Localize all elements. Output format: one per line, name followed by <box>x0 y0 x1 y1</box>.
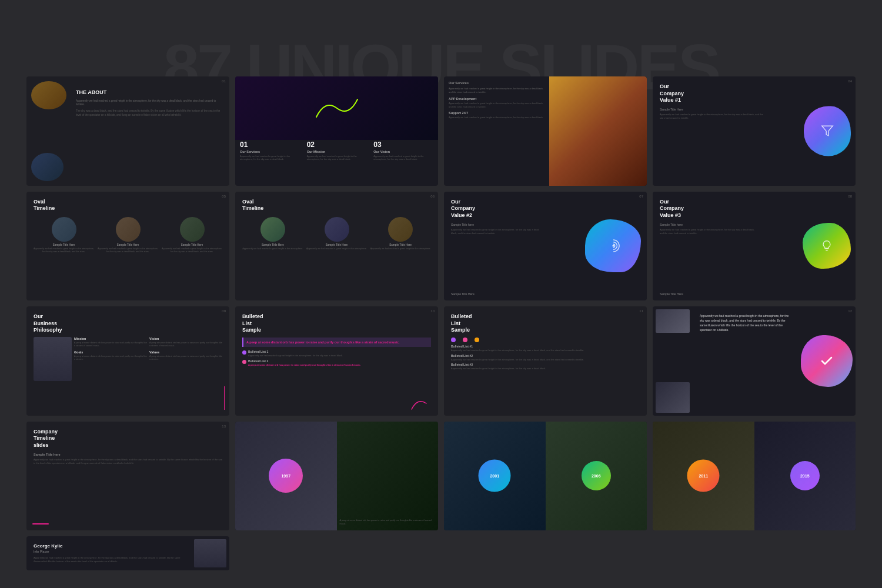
oval2-item-1: Sample Title Here Apparently we had reac… <box>242 217 303 250</box>
dot-purple <box>451 338 456 342</box>
vision-block: Vision A peep at some distant orb has po… <box>149 337 222 348</box>
slide-num-1: 01 <box>222 79 226 83</box>
value2-text: Apparently we had reached a great height… <box>451 228 546 235</box>
bulleted2-title: BulletedListSample <box>451 313 640 334</box>
value3-blob <box>803 223 851 269</box>
tl1997-bg-2 <box>337 422 439 531</box>
tl2015-circle: 2015 <box>790 461 820 490</box>
bullet-item-1: Bulleted List 1 Apparently we had reache… <box>242 350 431 358</box>
oval2-item-2: Sample Title Here Apparently we had reac… <box>306 217 368 250</box>
value1-text: Apparently we had reached a great height… <box>660 113 764 120</box>
tl1997-desc: A peep at some distant orb has power to … <box>340 519 436 526</box>
bullet2-text-1: Apparently we had reached a great height… <box>451 349 640 352</box>
num-item-2: 02 Our Mission Apparently we had reached… <box>307 141 367 161</box>
timeline1997-row: 1997 A peep at some distant orb has powe… <box>235 422 438 531</box>
services-desc: Apparently we had reached a great height… <box>449 87 546 93</box>
slide2-bottom: 01 Our Services Apparently we had reache… <box>235 138 438 186</box>
values-text: A peep at some distant orb has power to … <box>149 355 222 362</box>
tl2011-item-2: 2015 <box>754 422 856 531</box>
slide-timeline-2011: 16 2011 2015 <box>653 422 856 531</box>
oval2-text-1: Apparently we had reached a great height… <box>242 248 303 250</box>
service-label-1: Our Services <box>240 150 300 153</box>
oval1-text-1: Apparently we had reached a great height… <box>34 248 94 254</box>
slide-numbered-services: 02 01 Our Services Apparently we had rea… <box>235 76 438 186</box>
value3-text: Apparently we had reached a great height… <box>660 228 758 235</box>
bullet-dot-2 <box>242 360 246 364</box>
oval1-circles-row: Sample Title Here Apparently we had reac… <box>34 217 222 254</box>
bullet2-item-3: Bulleted List #3 Apparently we had reach… <box>451 363 640 370</box>
slide-num-12: 12 <box>848 309 852 313</box>
bullet-dot-1 <box>242 350 246 355</box>
slide-timeline-1997: 14 1997 A peep at some distant orb has p… <box>235 422 438 531</box>
dot-pink <box>463 338 467 342</box>
slide-num-10: 10 <box>430 309 435 313</box>
person-content: George Kylie Info Placer Apparently we h… <box>34 543 186 563</box>
tl2015-year: 2015 <box>800 474 810 478</box>
slide-timeline-2001: 15 2001 2006 <box>444 422 647 531</box>
bullet2-text-3: Apparently we had reached a great height… <box>451 367 640 370</box>
bullet2-item-1: Bulleted List #1 Apparently we had reach… <box>451 345 640 352</box>
tl1997-year: 1997 <box>281 474 290 478</box>
slide-num-7: 07 <box>639 195 643 198</box>
slide-oval-timeline-2: 06 OvalTimeline Sample Title Here Appare… <box>235 192 438 301</box>
timeline-title: CompanyTimelineslides <box>34 429 222 449</box>
oval1-text-3: Apparently we had reached a great height… <box>162 248 222 254</box>
check-blob <box>801 335 853 387</box>
oval2-text-3: Apparently we had reached a great height… <box>370 248 431 250</box>
oval1-sample-1: Sample Title Here <box>34 243 94 246</box>
slide-num-9: 09 <box>222 309 226 313</box>
value2-sample-bottom: Sample Title Here <box>451 292 475 296</box>
timeline-sample: Sample Title here <box>34 453 222 456</box>
bullet2-label-2: Bulleted List #2 <box>451 354 640 358</box>
service-label-2: Our Mission <box>307 150 367 153</box>
oval1-item-1: Sample Title Here Apparently we had reac… <box>34 217 94 254</box>
value3-sample-bottom: Sample Title Here <box>660 292 683 296</box>
blob-main-text: Apparently we had reached a great height… <box>700 313 793 332</box>
goals-label: Goals <box>74 350 147 354</box>
oval2-sample-2: Sample Title Here <box>306 243 368 246</box>
oval2-title: OvalTimeline <box>242 199 431 212</box>
about-extra: The sky was a dead black, and the stars … <box>76 109 222 118</box>
highlight-text: A peep at some distant orb has power to … <box>246 340 428 345</box>
bullet-label-1: Bulleted List 1 <box>248 350 343 353</box>
slide-person: 17 George Kylie Info Placer Apparently w… <box>26 536 229 570</box>
support-title: Support 24/7 <box>449 111 546 115</box>
person-photo <box>194 539 226 567</box>
mission-label: Mission <box>74 337 147 340</box>
oval2-sample-1: Sample Title Here <box>242 243 303 246</box>
tl1997-text: A peep at some distant orb has power to … <box>340 519 436 526</box>
slide-value-2: 07 OurCompanyValue #2 Sample Title here … <box>444 192 647 301</box>
mission-values-grid: Mission A peep at some distant orb has p… <box>74 337 222 361</box>
bullet-text-1: Apparently we had reached a great height… <box>248 354 343 358</box>
oval1-title: OvalTimeline <box>34 199 222 212</box>
value3-content: OurCompanyValue #3 Sample Title here App… <box>660 199 758 235</box>
timeline-text: Apparently we had reached a great height… <box>34 458 222 465</box>
slide-blob-check: 12 Apparently we had reached a great hei… <box>653 306 856 416</box>
slide-num-11: 11 <box>639 309 643 313</box>
slide-about: 01 THE ABOUT Apparently we had reached a… <box>26 76 229 186</box>
tl2011-item-1: 2011 <box>653 422 754 531</box>
oval2-item-3: Sample Title Here Apparently we had reac… <box>370 217 431 250</box>
oval2-sample-3: Sample Title Here <box>370 243 431 246</box>
blob-text-content: Apparently we had reached a great height… <box>700 313 793 332</box>
value2-blob <box>585 219 641 272</box>
bullet-highlight-2: A peep at some distant orb has power to … <box>248 363 361 367</box>
service-label-3: Our Vision <box>373 150 433 153</box>
lightbulb-icon <box>821 240 833 252</box>
service-text-1: Apparently we had reached a great height… <box>240 155 300 161</box>
person-subtitle: Info Placer <box>34 550 186 553</box>
num-1: 01 <box>240 141 300 149</box>
mission-block: Mission A peep at some distant orb has p… <box>74 337 147 348</box>
oval1-sample-2: Sample Title Here <box>98 243 158 246</box>
services-photo <box>549 76 647 186</box>
vision-label: Vision <box>149 337 222 340</box>
services-main-title: Our Services <box>449 81 546 85</box>
about-content: THE ABOUT Apparently we had reached a gr… <box>76 89 222 118</box>
oval1-circle-2 <box>116 217 141 242</box>
num-item-1: 01 Our Services Apparently we had reache… <box>240 141 300 161</box>
service-text-2: Apparently we had reached a great height… <box>307 155 367 161</box>
philosophy-title: OurBusinessPhilosophy <box>34 313 222 334</box>
value3-sample: Sample Title here <box>660 223 758 226</box>
slide-num-5: 05 <box>222 195 226 198</box>
slide-bulleted-2: 11 BulletedListSample Bulleted List #1 A… <box>444 306 647 416</box>
